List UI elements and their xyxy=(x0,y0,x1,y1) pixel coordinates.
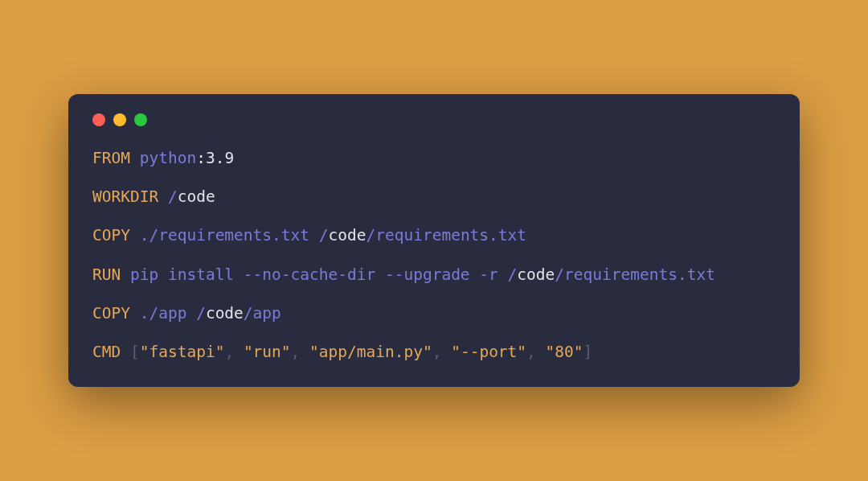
maximize-icon[interactable] xyxy=(134,113,147,126)
code-token: RUN xyxy=(92,265,121,284)
code-token: "app/main.py" xyxy=(309,343,432,361)
code-token: COPY xyxy=(92,304,130,323)
code-token: code xyxy=(329,226,366,245)
code-line: CMD ["fastapi", "run", "app/main.py", "-… xyxy=(92,341,776,363)
code-token: ./requirements.txt / xyxy=(130,226,329,245)
code-token: /app xyxy=(244,304,281,323)
code-line: COPY ./requirements.txt /code/requiremen… xyxy=(92,224,776,246)
code-token: [ xyxy=(121,343,139,361)
code-token: , xyxy=(224,343,243,361)
code-token: 3.9 xyxy=(206,149,234,167)
minimize-icon[interactable] xyxy=(113,113,126,126)
code-token: ./app / xyxy=(130,304,206,323)
code-token: "run" xyxy=(244,343,291,361)
code-token: COPY xyxy=(92,226,130,245)
code-line: RUN pip install --no-cache-dir --upgrade… xyxy=(92,264,776,286)
terminal-window: FROM python:3.9WORKDIR /codeCOPY ./requi… xyxy=(68,94,800,388)
code-token: WORKDIR xyxy=(92,187,158,206)
code-token xyxy=(130,149,140,167)
code-token: /requirements.txt xyxy=(555,265,715,284)
code-content: FROM python:3.9WORKDIR /codeCOPY ./requi… xyxy=(92,147,776,364)
code-token: ] xyxy=(583,343,593,361)
code-token: , xyxy=(526,343,545,361)
code-token: code xyxy=(517,265,555,284)
code-token: "fastapi" xyxy=(140,343,225,361)
code-token: /requirements.txt xyxy=(366,226,526,245)
code-token: / xyxy=(158,187,177,206)
code-line: WORKDIR /code xyxy=(92,186,776,208)
code-token: code xyxy=(178,187,215,206)
code-token: "--port" xyxy=(451,343,526,361)
code-token: pip install --no-cache-dir --upgrade -r … xyxy=(121,265,517,284)
code-line: COPY ./app /code/app xyxy=(92,302,776,324)
code-token: , xyxy=(432,343,451,361)
close-icon[interactable] xyxy=(92,113,105,126)
code-token: , xyxy=(291,343,309,361)
code-token: code xyxy=(206,304,244,323)
code-token: CMD xyxy=(92,343,121,361)
window-titlebar xyxy=(92,113,776,126)
code-token: : xyxy=(196,149,206,167)
code-token: python xyxy=(140,149,196,167)
code-token: "80" xyxy=(546,343,583,361)
code-line: FROM python:3.9 xyxy=(92,147,776,169)
code-token: FROM xyxy=(92,149,130,167)
